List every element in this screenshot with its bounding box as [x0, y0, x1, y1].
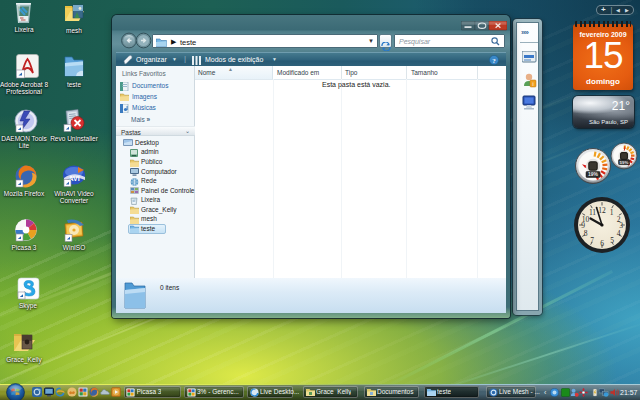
svg-text:8: 8 — [584, 229, 588, 238]
svg-text:5: 5 — [610, 236, 614, 245]
svg-text:?: ? — [492, 57, 496, 65]
svg-text:1: 1 — [610, 208, 614, 217]
svg-text:11: 11 — [589, 208, 596, 217]
svg-text:12: 12 — [598, 206, 606, 215]
svg-text:4: 4 — [617, 229, 621, 238]
svg-text:6: 6 — [600, 239, 604, 248]
svg-text:i: i — [532, 81, 533, 87]
svg-text:19%: 19% — [588, 171, 599, 177]
svg-text:59%: 59% — [620, 160, 629, 165]
svg-text:7: 7 — [590, 236, 594, 245]
